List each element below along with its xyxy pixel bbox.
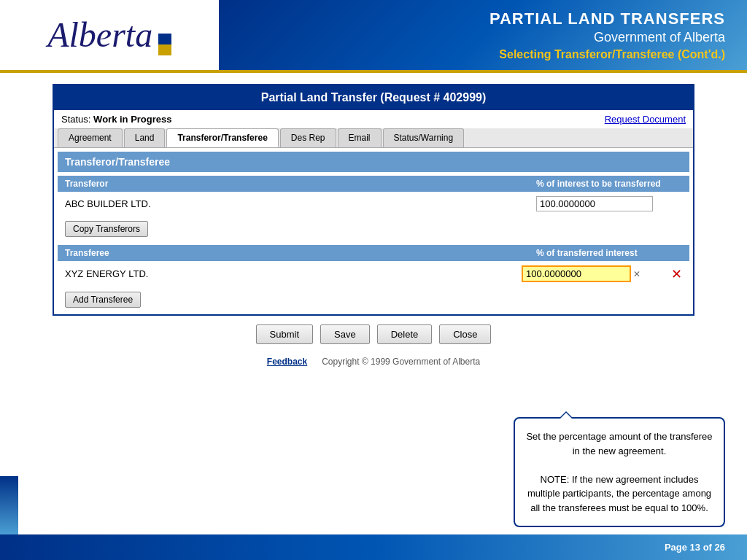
transferor-header-row: Transferor % of interest to be transferr… [58,176,689,192]
feedback-link[interactable]: Feedback [267,357,307,367]
tab-email[interactable]: Email [338,128,382,147]
section-header: Transferor/Transferee [58,152,689,172]
close-button[interactable]: Close [439,324,491,344]
save-button[interactable]: Save [320,324,370,344]
logo-area: Alberta [0,0,219,70]
callout-note: NOTE: If the new agreement includes mult… [526,472,713,516]
transferee-pct-input[interactable] [522,265,631,282]
transferor-pct-cell [536,196,682,211]
tab-status-warning[interactable]: Status/Warning [383,128,465,147]
title-line2: Government of Alberta [594,30,725,45]
tabs-row: Agreement Land Transferor/Transferee Des… [54,128,693,148]
left-accent [0,476,18,534]
transferee-name: XYZ ENERGY LTD. [65,268,522,279]
transferee-col-label: Transferee [65,248,536,258]
page-indicator: Page 13 of 26 [665,542,725,553]
transferee-data-row: XYZ ENERGY LTD. ✕ ✕ [58,262,689,285]
transferor-pct-label: % of interest to be transferred [536,179,682,189]
status-area: Status: Work in Progress [61,114,172,125]
alberta-logo: Alberta [47,15,171,55]
transferee-header-row: Transferee % of transferred interest [58,245,689,261]
callout-line1: Set the percentage amount of the transfe… [526,429,713,458]
header: Alberta PARTIAL LAND TRANSFERS Governmen… [0,0,747,73]
action-buttons: Submit Save Delete Close [22,324,725,344]
transferee-pct-with-clear: ✕ [522,265,667,282]
tab-des-rep[interactable]: Des Rep [280,128,336,147]
copy-transferors-row: Copy Transferors [58,217,689,241]
status-value: Work in Progress [93,114,171,125]
form-status-row: Status: Work in Progress Request Documen… [54,110,693,128]
title-line1: PARTIAL LAND TRANSFERS [489,9,725,28]
copyright-text: Copyright © 1999 Government of Alberta [322,357,480,367]
delete-button[interactable]: Delete [377,324,433,344]
copy-transferors-button[interactable]: Copy Transferors [65,221,148,237]
transferor-name: ABC BUILDER LTD. [65,198,536,209]
add-transferee-button[interactable]: Add Transferee [65,292,141,308]
form-title-bar: Partial Land Transfer (Request # 402999) [54,85,693,110]
status-label: Status: [61,114,90,125]
callout-box: Set the percentage amount of the transfe… [514,417,725,527]
submit-button[interactable]: Submit [256,324,313,344]
transferee-pct-cell: ✕ [522,265,667,282]
header-title-area: PARTIAL LAND TRANSFERS Government of Alb… [219,0,747,70]
transferor-data-row: ABC BUILDER LTD. [58,193,689,214]
title-line3: Selecting Transferor/Transferee (Cont'd.… [499,48,725,61]
form-container: Partial Land Transfer (Request # 402999)… [53,84,694,316]
flag-icon [158,34,171,55]
add-transferee-row: Add Transferee [58,287,689,312]
form-title: Partial Land Transfer (Request # 402999) [261,91,487,104]
main-content: Partial Land Transfer (Request # 402999)… [0,73,747,381]
tab-transferor-transferee[interactable]: Transferor/Transferee [166,128,278,147]
clear-transferee-button[interactable]: ✕ [633,269,640,279]
footer-area: Feedback Copyright © 1999 Government of … [22,353,725,370]
request-doc-link[interactable]: Request Document [605,114,686,125]
tab-land[interactable]: Land [124,128,166,147]
transferor-col-label: Transferor [65,179,536,189]
delete-transferee-icon[interactable]: ✕ [671,266,682,282]
transferor-pct-input[interactable] [536,196,653,211]
bottom-bar: Page 13 of 26 [0,534,747,560]
transferee-pct-label: % of transferred interest [536,248,682,258]
tab-agreement[interactable]: Agreement [58,128,123,147]
